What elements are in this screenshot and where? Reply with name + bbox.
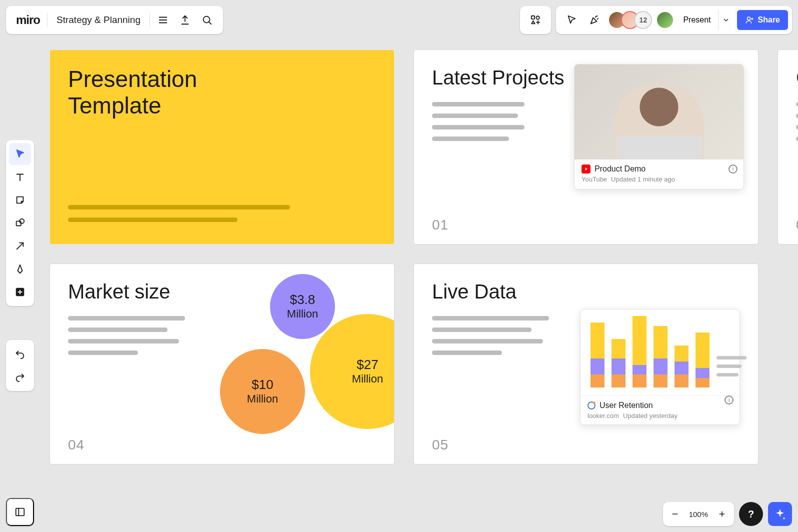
slide-text-placeholder [432,316,549,355]
sticky-note-icon [14,194,26,206]
svg-rect-12 [16,508,24,516]
collab-pill: 12 Present Share [556,6,792,34]
zoom-control: 100% [663,502,734,526]
main-menu-button[interactable] [152,9,174,31]
cursor-mode-button[interactable] [560,8,583,32]
share-button[interactable]: Share [737,10,788,30]
text-icon [14,172,26,182]
topbar-right: 12 Present Share [520,6,792,34]
slide-text-placeholder [68,205,376,222]
video-thumbnail[interactable] [574,64,744,160]
tool-sticky[interactable] [9,189,31,211]
embed-updated: Updated 1 minute ago [611,176,675,183]
divider [47,13,48,27]
tool-arrow[interactable] [9,235,31,257]
redo-button[interactable] [9,366,31,388]
apps-pill [520,6,551,34]
chart-bar [632,316,646,388]
svg-line-4 [209,22,212,24]
cursor-icon [14,148,26,160]
arrow-icon [14,240,26,252]
redo-icon [14,372,26,382]
question-icon: ? [748,508,754,520]
embed-meta: Product Demo YouTube Updated 1 minute ag… [574,160,744,189]
slide-title[interactable]: Presentation Template [50,50,394,244]
board-title[interactable]: Strategy & Planning [50,14,148,26]
embed-info-button[interactable]: i [728,164,738,174]
panel-icon [14,506,26,518]
undo-button[interactable] [9,343,31,365]
slide-latest-projects[interactable]: Latest Projects 01 Product Demo YouTube … [414,50,758,244]
chart-bar [654,326,668,388]
sparkle-icon [774,508,786,520]
live-card-title: User Retention [600,401,653,410]
undo-redo-toolbar [6,340,34,391]
tool-pen[interactable] [9,258,31,280]
collaborator-avatars: 12 [608,11,674,29]
apps-button[interactable] [524,8,547,32]
export-button[interactable] [174,9,196,31]
frames-panel-button[interactable] [6,498,34,526]
slide-market-size[interactable]: Market size 04 $3.8Million$10Million$27M… [50,264,394,464]
chart-bar [696,332,710,388]
slide-number: 02 [796,217,798,233]
chevron-down-icon [722,16,730,24]
embed-title: Product Demo [594,164,646,174]
svg-line-10 [17,243,24,250]
pen-icon [14,264,26,274]
slide-text-placeholder [68,316,185,355]
plus-square-icon [14,286,26,298]
slide-number: 04 [68,437,84,453]
bottom-right-controls: 100% ? [663,502,792,526]
undo-icon [14,348,26,360]
embed-source: YouTube [582,176,607,183]
present-dropdown[interactable] [718,10,734,30]
share-label: Share [758,16,780,24]
topbar-left: miro Strategy & Planning [6,6,223,34]
youtube-icon [582,164,590,174]
left-toolbar [6,140,34,306]
tool-shape[interactable] [9,212,31,234]
slide-cutoff[interactable]: C 02 [778,50,798,244]
ai-assist-button[interactable] [768,502,792,526]
slide-number: 05 [432,437,448,453]
avatar-overflow[interactable]: 12 [634,11,652,29]
zoom-out-button[interactable] [665,504,685,524]
party-icon [589,14,600,26]
avatar-self[interactable] [656,11,674,29]
chart-bar [674,346,688,388]
tool-select[interactable] [9,143,31,165]
zoom-level[interactable]: 100% [685,510,712,518]
live-data-card[interactable]: User Retention looker.com Updated yester… [580,309,740,425]
miro-logo[interactable]: miro [11,13,45,27]
chart-bar [612,339,626,388]
slide-heading: Live Data [432,280,740,303]
svg-point-7 [747,17,750,20]
present-button[interactable]: Present [676,10,718,30]
stacked-bar-chart [588,316,712,392]
looker-icon [588,402,596,410]
canvas[interactable]: Presentation Template Latest Projects 01… [50,50,798,477]
search-icon [202,14,212,26]
market-bubble[interactable]: $10Million [220,349,305,434]
reactions-button[interactable] [583,8,606,32]
market-bubble[interactable]: $3.8Million [270,274,335,339]
bubble-chart: $3.8Million$10Million$27Million [180,274,379,454]
thumbnail-art [574,64,744,160]
live-card-info-button[interactable]: i [724,396,734,404]
zoom-in-button[interactable] [712,504,732,524]
help-button[interactable]: ? [739,502,763,526]
search-button[interactable] [196,9,218,31]
chart-legend [716,356,746,392]
upload-icon [180,14,190,26]
tool-text[interactable] [9,166,31,188]
video-embed-card[interactable]: Product Demo YouTube Updated 1 minute ag… [574,64,744,190]
minus-icon [670,510,680,518]
divider [150,13,150,27]
svg-point-6 [536,16,540,19]
slide-live-data[interactable]: Live Data 05 User Retention looker.com U… [414,264,758,464]
apps-icon [530,14,541,26]
present-label: Present [683,16,710,24]
svg-rect-8 [16,221,21,226]
tool-add[interactable] [9,281,31,303]
